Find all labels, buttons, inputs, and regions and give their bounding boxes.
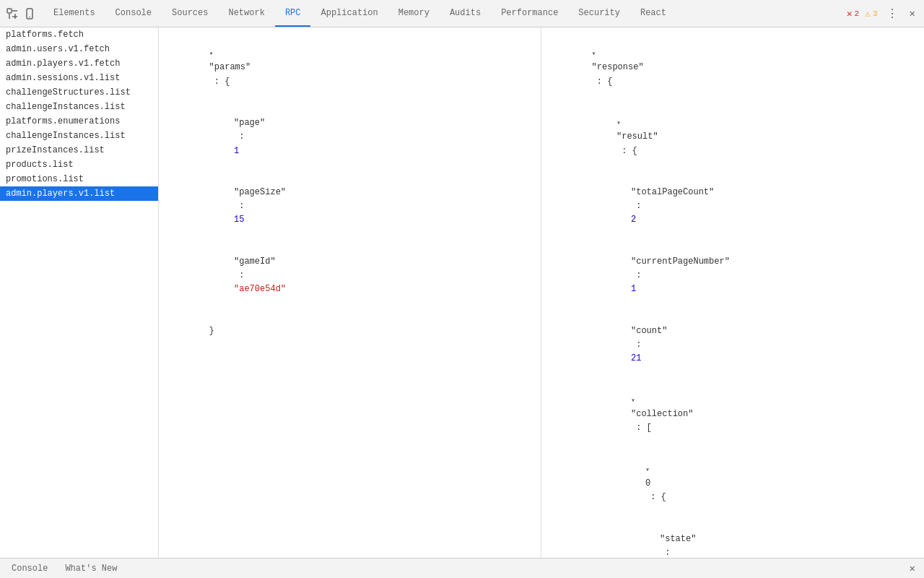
sidebar-item-prizeInstances-list[interactable]: prizeInstances.list [0, 143, 158, 158]
svg-point-2 [29, 16, 30, 17]
tab-console[interactable]: Console [105, 0, 162, 27]
sidebar: platforms.fetchadmin.users.v1.fetchadmin… [0, 27, 159, 558]
console-tab[interactable]: Console [9, 562, 51, 575]
item0-state: "state" : "enabled" [608, 519, 915, 558]
collection-item-0: 0 : { [593, 449, 915, 519]
tab-memory[interactable]: Memory [388, 0, 440, 27]
sidebar-item-admin-players-v1-fetch[interactable]: admin.players.v1.fetch [0, 56, 158, 71]
params-root: "params" : { [167, 33, 532, 103]
tab-rpc[interactable]: RPC [275, 0, 311, 27]
tab-elements[interactable]: Elements [43, 0, 105, 27]
toolbar-right: ✕ 2 ⚠ 3 ⋮ ✕ [847, 7, 918, 21]
sidebar-item-platforms-enumerations[interactable]: platforms.enumerations [0, 114, 158, 129]
panels-container: "params" : { "page" : 1 "pageSize" : 15 [159, 27, 924, 558]
response-panel: "response" : { "result" : { "totalPageCo… [541, 27, 924, 558]
count-line: "count" : 21 [579, 311, 915, 380]
sidebar-item-admin-sessions-v1-list[interactable]: admin.sessions.v1.list [0, 71, 158, 85]
toolbar-tabs: ElementsConsoleSourcesNetworkRPCApplicat… [43, 0, 847, 27]
error-badge: ✕ 2 [847, 8, 859, 20]
warning-badge: ⚠ 3 [865, 8, 877, 20]
item0-collapse[interactable] [645, 465, 654, 476]
svg-rect-0 [7, 9, 12, 13]
sidebar-item-admin-users-v1-fetch[interactable]: admin.users.v1.fetch [0, 42, 158, 56]
main-content: platforms.fetchadmin.users.v1.fetchadmin… [0, 27, 924, 558]
result-line: "result" : { [565, 103, 915, 172]
params-pagesize-line: "pageSize" : 15 [182, 172, 532, 241]
current-page-number-line: "currentPageNumber" : 1 [579, 241, 915, 311]
tab-security[interactable]: Security [568, 0, 630, 27]
tab-react[interactable]: React [630, 0, 676, 27]
whats-new-tab[interactable]: What's New [62, 562, 120, 575]
params-page-line: "page" : 1 [182, 103, 532, 172]
sidebar-item-platforms-fetch[interactable]: platforms.fetch [0, 27, 158, 42]
sidebar-item-challengeInstances-list-2[interactable]: challengeInstances.list [0, 129, 158, 143]
close-devtools-button[interactable]: ✕ [907, 7, 918, 20]
toolbar-icons [6, 7, 36, 20]
sidebar-item-admin-players-v1-list[interactable]: admin.players.v1.list [0, 186, 158, 201]
params-collapse[interactable] [209, 48, 218, 60]
tab-sources[interactable]: Sources [162, 0, 218, 27]
warning-count: 3 [873, 9, 878, 18]
error-icon: ✕ [847, 8, 853, 20]
params-panel: "params" : { "page" : 1 "pageSize" : 15 [159, 27, 541, 558]
error-count: 2 [855, 9, 860, 18]
result-collapse[interactable] [616, 118, 625, 129]
sidebar-item-products-list[interactable]: products.list [0, 158, 158, 172]
inspect-icon[interactable] [6, 7, 19, 20]
response-collapse[interactable] [592, 48, 601, 60]
tab-performance[interactable]: Performance [491, 0, 568, 27]
sidebar-item-challengeInstances-list-1[interactable]: challengeInstances.list [0, 100, 158, 114]
params-close: } [167, 311, 532, 353]
response-root: "response" : { [550, 33, 915, 103]
collection-collapse[interactable] [631, 395, 640, 407]
devtools-toolbar: ElementsConsoleSourcesNetworkRPCApplicat… [0, 0, 924, 27]
more-menu-icon[interactable]: ⋮ [884, 7, 901, 21]
sidebar-item-promotions-list[interactable]: promotions.list [0, 172, 158, 186]
tab-application[interactable]: Application [310, 0, 388, 27]
tab-network[interactable]: Network [218, 0, 274, 27]
collection-line: "collection" : [ [579, 380, 915, 449]
bottom-close-icon[interactable]: ✕ [910, 562, 915, 574]
total-page-count-line: "totalPageCount" : 2 [579, 172, 915, 241]
params-key: "params" [209, 62, 251, 72]
bottom-bar: Console What's New ✕ [0, 558, 924, 578]
sidebar-item-challengeStructures-list[interactable]: challengeStructures.list [0, 85, 158, 100]
mobile-icon[interactable] [23, 7, 36, 20]
tab-audits[interactable]: Audits [440, 0, 491, 27]
params-gameid-line: "gameId" : "ae70e54d" [182, 241, 532, 311]
warning-icon: ⚠ [865, 8, 871, 20]
